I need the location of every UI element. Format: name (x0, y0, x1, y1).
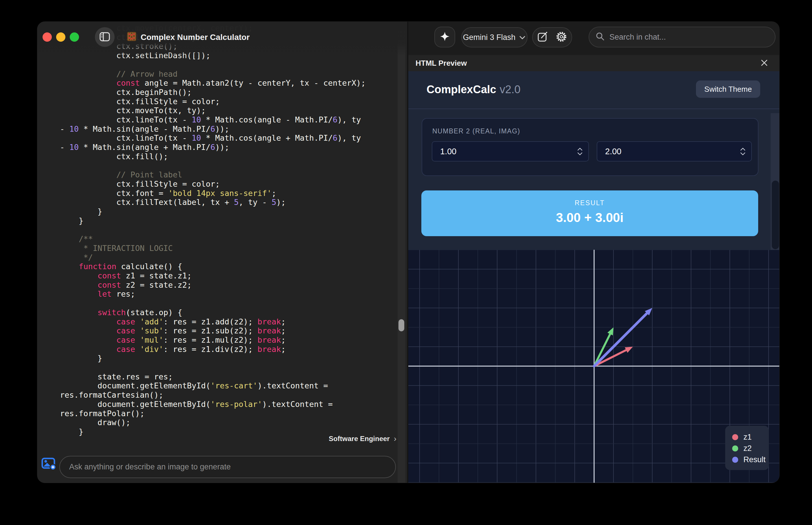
assistant-sparkle-button[interactable] (434, 27, 455, 47)
editor-scrollbar-thumb[interactable] (399, 319, 404, 331)
result-card: RESULT 3.00 + 3.00i (421, 191, 758, 236)
chat-composer-input[interactable]: Ask anything or describe an image to gen… (59, 456, 396, 478)
code-editor[interactable]: ctx.moveTo(centerX, centerY); ctx.lineTo… (60, 24, 401, 436)
chat-toolbar: Gemini 3 Flash (408, 22, 779, 55)
close-window-button[interactable] (43, 32, 52, 42)
code-line: const z2 = state.z2; (60, 281, 401, 290)
code-line: ctx.lineTo(tx - 10 * Math.cos(angle + Ma… (60, 133, 401, 143)
model-selector[interactable]: Gemini 3 Flash (461, 27, 528, 47)
window-controls (43, 32, 79, 42)
code-line (60, 161, 401, 170)
sparkle-icon (439, 31, 451, 43)
number2-card-label: NUMBER 2 (REAL, IMAG) (432, 127, 520, 135)
agent-role-row[interactable]: Software Engineer › (329, 434, 396, 444)
code-line: switch(state.op) { (60, 308, 401, 317)
legend-label: z2 (743, 444, 752, 453)
code-line: - 10 * Math.sin(angle - Math.PI/6)); (60, 124, 401, 134)
code-line: let res; (60, 289, 401, 299)
code-line: ctx.beginPath(); (60, 88, 401, 97)
html-preview-header: HTML Preview (408, 55, 779, 71)
legend-item: z1 (732, 432, 769, 443)
app-version: v2.0 (500, 83, 521, 95)
chat-pane: Gemini 3 Flash (407, 22, 779, 483)
stepper-down-icon (740, 152, 746, 155)
legend-item: Result (732, 454, 769, 465)
search-placeholder: Search in chat... (610, 33, 666, 42)
code-line (60, 299, 401, 308)
code-line: } (60, 207, 401, 216)
code-line: } (60, 354, 401, 363)
close-preview-button[interactable] (758, 57, 771, 70)
legend-dot-icon (732, 446, 738, 451)
search-icon (596, 32, 605, 42)
new-chat-button[interactable] (537, 31, 548, 43)
legend-dot-icon (732, 434, 738, 440)
number2-card: NUMBER 2 (REAL, IMAG) 1.00 2.00 (422, 118, 758, 176)
imag-part-value: 2.00 (605, 147, 740, 156)
editor-scrollbar[interactable] (397, 22, 405, 483)
stepper-down-icon (577, 152, 583, 155)
imag-part-input[interactable]: 2.00 (597, 141, 752, 162)
window-title-text: Complex Number Calculator (141, 33, 250, 42)
code-line: document.getElementById('res-polar').tex… (60, 400, 401, 409)
window-title: Complex Number Calculator (127, 31, 250, 43)
chat-search-input[interactable]: Search in chat... (589, 27, 776, 47)
complex-plane-canvas[interactable] (408, 250, 779, 483)
code-line (60, 363, 401, 372)
legend-item: z2 (732, 443, 769, 454)
code-line: case 'sub': res = z1.sub(z2); break; (60, 326, 401, 335)
code-line: case 'mul': res = z1.mul(z2); break; (60, 335, 401, 345)
code-line: ctx.fillStyle = color; (60, 97, 401, 106)
code-pane: ctx.moveTo(centerX, centerY); ctx.lineTo… (37, 22, 407, 483)
app-name: ComplexCalc (426, 83, 496, 95)
code-line: ctx.lineTo(tx - 10 * Math.cos(angle - Ma… (60, 115, 401, 124)
switch-theme-button[interactable]: Switch Theme (696, 80, 760, 98)
sidebar-icon (100, 32, 110, 42)
agent-role-label: Software Engineer (329, 435, 390, 443)
code-line: ctx.font = 'bold 14px sans-serif'; (60, 189, 401, 198)
preview-app-header: ComplexCalcv2.0 Switch Theme (408, 71, 779, 109)
code-line: res.formatPolar(); (60, 409, 401, 418)
stepper-up-icon (740, 148, 746, 151)
code-line: ctx.fillText(label, tx + 5, ty - 5); (60, 198, 401, 207)
imag-part-stepper[interactable] (740, 148, 746, 155)
real-part-input[interactable]: 1.00 (432, 141, 589, 162)
code-line: document.getElementById('res-cart').text… (60, 381, 401, 390)
plot-legend: z1z2Result (725, 426, 769, 470)
code-line: - 10 * Math.sin(angle + Math.PI/6)); (60, 143, 401, 152)
app-title: ComplexCalcv2.0 (426, 83, 521, 96)
code-line: ctx.fillStyle = color; (60, 179, 401, 189)
code-line: function calculate() { (60, 262, 401, 271)
toggle-sidebar-button[interactable] (95, 27, 115, 47)
code-line: // Arrow head (60, 70, 401, 79)
code-line: // Point label (60, 170, 401, 179)
complex-plane-plot[interactable]: z1z2Result (408, 250, 779, 483)
preview-scrollbar[interactable] (771, 113, 779, 250)
stepper-up-icon (577, 148, 583, 151)
result-label: RESULT (421, 199, 758, 207)
code-line (60, 60, 401, 70)
code-line: /** (60, 235, 401, 244)
composer-placeholder: Ask anything or describe an image to gen… (69, 463, 231, 471)
chevron-right-icon: › (394, 434, 396, 444)
minimize-window-button[interactable] (56, 32, 65, 42)
code-line: */ (60, 253, 401, 262)
real-part-stepper[interactable] (577, 148, 583, 155)
legend-label: Result (743, 455, 766, 464)
code-line: const angle = Math.atan2(ty - centerY, t… (60, 78, 401, 88)
html-preview-title: HTML Preview (416, 59, 467, 68)
preview-scrollbar-thumb[interactable] (772, 181, 779, 249)
settings-gear-button[interactable] (556, 31, 567, 44)
code-line (60, 225, 401, 235)
code-line: ctx.moveTo(tx, ty); (60, 106, 401, 115)
add-image-button[interactable] (41, 457, 57, 472)
code-line: res.formatCartesian(); (60, 390, 401, 400)
code-line: const z1 = state.z1; (60, 271, 401, 281)
code-line: } (60, 216, 401, 225)
legend-dot-icon (732, 457, 738, 463)
code-line: * INTERACTION LOGIC (60, 244, 401, 253)
zoom-window-button[interactable] (70, 32, 79, 42)
chevron-down-icon (519, 33, 526, 42)
legend-label: z1 (743, 433, 752, 442)
code-line: state.res = res; (60, 372, 401, 381)
